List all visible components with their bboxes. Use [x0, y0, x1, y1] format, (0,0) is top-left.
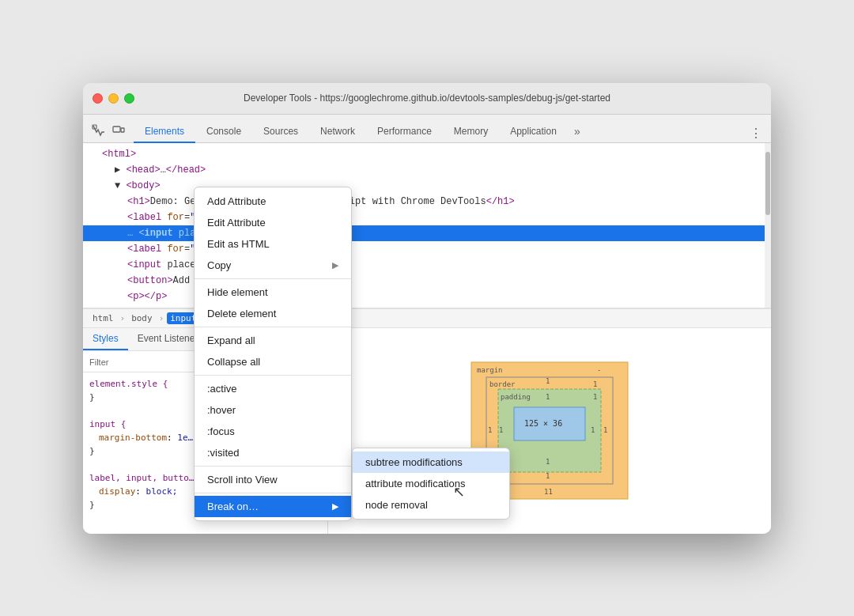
breadcrumb: html › body › input#num: [83, 308, 771, 328]
maximize-button[interactable]: [124, 93, 134, 104]
filter-label: Filter: [89, 357, 108, 367]
devtools-icons: [89, 122, 127, 142]
dom-line[interactable]: ▶ <head>…</head>: [83, 162, 771, 178]
submenu-subtree-modifications[interactable]: subtree modifications: [353, 452, 509, 473]
ctx-add-attribute[interactable]: Add Attribute: [195, 191, 351, 212]
ctx-focus[interactable]: :focus: [195, 421, 351, 442]
ctx-hide-element[interactable]: Hide element: [195, 282, 351, 303]
svg-text:1: 1: [591, 426, 595, 434]
tab-performance[interactable]: Performance: [366, 121, 443, 143]
ctx-hover[interactable]: :hover: [195, 399, 351, 421]
dom-line[interactable]: ▼ <body>: [83, 178, 771, 194]
dom-line[interactable]: <h1>Demo: Get Started Debugging JavaScri…: [83, 194, 771, 210]
devtools-menu-button[interactable]: ⋮: [747, 125, 765, 142]
svg-rect-2: [121, 128, 124, 132]
tab-application[interactable]: Application: [499, 121, 568, 143]
svg-text:padding: padding: [501, 393, 531, 401]
traffic-lights: [93, 93, 134, 104]
device-toolbar-icon[interactable]: [110, 122, 127, 139]
dom-line[interactable]: <html>: [83, 146, 771, 162]
ctx-delete-element[interactable]: Delete element: [195, 303, 351, 324]
svg-text:1: 1: [488, 426, 492, 434]
ctx-separator-2: [195, 327, 351, 327]
svg-rect-1: [113, 127, 120, 132]
dom-line[interactable]: <button>Add Nu…button>: [83, 273, 771, 289]
ctx-separator-4: [195, 466, 351, 467]
title-bar: Developer Tools - https://googlechrome.g…: [83, 83, 771, 115]
submenu-node-removal[interactable]: node removal: [353, 494, 509, 516]
ctx-collapse-all[interactable]: Collapse all: [195, 351, 351, 372]
more-tabs-button[interactable]: »: [568, 120, 587, 142]
window-title: Developer Tools - https://googlechrome.g…: [244, 93, 610, 104]
devtools-body: <html> ▶ <head>…</head> ▼ <body> <h1>Dem…: [83, 143, 771, 534]
svg-text:1: 1: [546, 377, 550, 385]
ctx-edit-attribute[interactable]: Edit Attribute: [195, 212, 351, 233]
context-menu: Add Attribute Edit Attribute Edit as HTM…: [194, 187, 352, 521]
tab-memory[interactable]: Memory: [443, 121, 499, 143]
dom-line[interactable]: <p></p>: [83, 289, 771, 304]
dom-line[interactable]: <label for="num1">Number 1</label>: [83, 210, 771, 225]
scroll-thumb[interactable]: [765, 152, 770, 215]
tab-network[interactable]: Network: [309, 121, 366, 143]
dom-panel: <html> ▶ <head>…</head> ▼ <body> <h1>Dem…: [83, 143, 771, 308]
ctx-break-on-arrow: ▶: [332, 501, 338, 512]
dom-line[interactable]: <input placehol…2">: [83, 257, 771, 273]
ctx-active[interactable]: :active: [195, 378, 351, 399]
ctx-separator-5: [195, 493, 351, 493]
svg-text:1: 1: [546, 393, 550, 401]
inspect-icon[interactable]: [89, 122, 107, 139]
tab-console[interactable]: Console: [195, 121, 252, 143]
breadcrumb-body[interactable]: body: [128, 312, 156, 324]
ctx-copy-arrow: ▶: [332, 260, 338, 270]
dom-line[interactable]: <label for="num…: [83, 241, 771, 257]
scroll-track: [765, 143, 771, 308]
submenu: subtree modifications attribute modifica…: [352, 448, 510, 520]
ctx-visited[interactable]: :visited: [195, 442, 351, 463]
svg-text:1: 1: [499, 426, 503, 434]
tab-sources[interactable]: Sources: [252, 121, 309, 143]
svg-text:1: 1: [593, 380, 597, 388]
submenu-attribute-modifications[interactable]: attribute modifications: [353, 473, 509, 494]
svg-text:1: 1: [593, 393, 597, 401]
ctx-edit-as-html[interactable]: Edit as HTML: [195, 233, 351, 255]
svg-text:1: 1: [546, 458, 550, 466]
styles-tab[interactable]: Styles: [83, 328, 128, 350]
svg-text:1: 1: [603, 426, 607, 434]
devtools-window: Developer Tools - https://googlechrome.g…: [83, 83, 771, 534]
svg-text:11: 11: [544, 488, 553, 496]
minimize-button[interactable]: [108, 93, 119, 104]
ctx-scroll-into-view[interactable]: Scroll into View: [195, 469, 351, 490]
ctx-break-on[interactable]: Break on… ▶: [195, 496, 351, 517]
ctx-expand-all[interactable]: Expand all: [195, 330, 351, 351]
svg-text:125 × 36: 125 × 36: [524, 419, 562, 428]
ctx-separator-1: [195, 278, 351, 279]
svg-text:-: -: [597, 366, 601, 374]
breadcrumb-html[interactable]: html: [89, 312, 117, 324]
svg-text:1: 1: [546, 472, 550, 480]
svg-text:margin: margin: [477, 366, 503, 374]
close-button[interactable]: [93, 93, 103, 104]
ctx-copy[interactable]: Copy ▶: [195, 255, 351, 276]
devtools-tab-bar: Elements Console Sources Network Perform…: [83, 115, 771, 143]
tab-elements[interactable]: Elements: [134, 121, 195, 143]
svg-text:border: border: [489, 380, 516, 388]
ctx-separator-3: [195, 375, 351, 376]
dom-line-selected[interactable]: … <input placehol…1"> == $0: [83, 225, 771, 241]
